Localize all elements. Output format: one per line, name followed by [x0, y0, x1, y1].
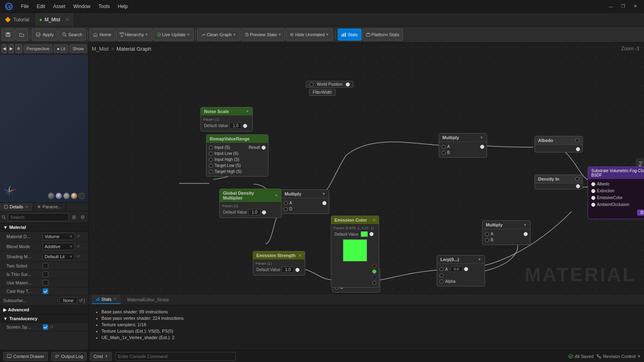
shading-mode-dropdown[interactable]: Default Lit ▼: [43, 253, 75, 260]
content-drawer-button[interactable]: Content Drawer: [3, 352, 48, 361]
hierarchy-button[interactable]: Hierarchy ▼: [116, 29, 152, 41]
node-density-in[interactable]: Density In: [535, 175, 583, 189]
multiply1-a-pin[interactable]: [284, 201, 288, 205]
graph-area[interactable]: M_Mist > Material Graph Zoom -3 Palette …: [89, 43, 644, 294]
bsdf-albedo-pin[interactable]: [591, 182, 595, 186]
global-density-value[interactable]: 1.0: [248, 209, 260, 215]
node-lerp[interactable]: Lerp(0...) ▼ A 0.0 Alpha: [437, 255, 485, 286]
hide-unrelated-button[interactable]: Hide Unrelated ▼: [286, 29, 332, 41]
multiply4-out-pin[interactable]: [524, 232, 528, 236]
multiply2-b-pin[interactable]: [442, 151, 446, 155]
sphere-5[interactable]: [78, 193, 85, 199]
node-emission-strength[interactable]: Emission Strength ✕ Param (1) Default Va…: [253, 251, 305, 276]
multiply2-a-pin[interactable]: [442, 145, 446, 149]
subsurface-edit-icon[interactable]: |: [84, 298, 85, 303]
filter-width-node[interactable]: FilterWidth: [309, 89, 336, 96]
emission-color-out[interactable]: [369, 232, 374, 236]
platform-stats-button[interactable]: Platform Stats: [362, 29, 403, 41]
sphere-2[interactable]: [56, 193, 62, 199]
world-position-node[interactable]: World Position: [306, 81, 353, 88]
nav-forward[interactable]: ▶: [8, 44, 14, 53]
revision-control-status[interactable]: Revision Control ▼: [597, 354, 641, 359]
node-emission-color[interactable]: Emission Color ✕ Param (0.875, 1, 0.37, …: [331, 216, 379, 288]
menu-window[interactable]: Window: [70, 2, 94, 11]
live-update-button[interactable]: Live Update ▼: [153, 29, 194, 41]
cast-ray-checkbox[interactable]: [43, 288, 48, 294]
blend-mode-dropdown[interactable]: Additive ▼: [43, 243, 75, 250]
subsurface-reset-icon[interactable]: ↺: [79, 298, 83, 303]
emission-strength-out[interactable]: [295, 268, 299, 272]
lerp-alpha-pin[interactable]: [440, 280, 444, 284]
emission-b-pin[interactable]: [372, 275, 376, 279]
nav-back[interactable]: ◀: [2, 44, 7, 53]
thin-surface-checkbox[interactable]: [43, 272, 48, 277]
multiply1-out-pin[interactable]: [322, 201, 326, 205]
stats-close[interactable]: ✕: [113, 296, 117, 302]
advanced-section-header[interactable]: ▶ Advanced: [0, 306, 88, 315]
lit-button[interactable]: ● Lit: [54, 45, 68, 53]
node-bsdf[interactable]: Substrate Volumetric-Fog-Cloud BSDF ▼ Al…: [588, 167, 644, 219]
node-noise-scale[interactable]: Noise Scale ▼ Param (1) Default Value 1.…: [200, 107, 253, 132]
console-input[interactable]: [115, 352, 236, 361]
material-domain-dropdown[interactable]: Volume ▼: [43, 233, 75, 240]
lerp-out-pin[interactable]: [464, 267, 468, 271]
blend-mode-reset[interactable]: ↺: [76, 244, 80, 249]
save-button[interactable]: [2, 29, 14, 41]
details-search-input[interactable]: [8, 213, 69, 221]
multiply1-d-pin[interactable]: [284, 207, 288, 211]
translucency-section-header[interactable]: ▼ Translucency: [0, 315, 88, 323]
emission-g-pin[interactable]: [372, 269, 376, 274]
emission-strength-value[interactable]: 1.0: [282, 267, 294, 273]
menu-file[interactable]: File: [18, 2, 32, 11]
sphere-4[interactable]: [71, 193, 77, 199]
emission-a-pin[interactable]: [372, 281, 376, 285]
shading-mode-reset[interactable]: ↺: [76, 254, 80, 259]
preview-state-button[interactable]: Preview State ▼: [241, 29, 285, 41]
material-domain-reset[interactable]: ↺: [76, 234, 80, 239]
stats-tab[interactable]: Stats ✕: [92, 295, 121, 304]
albedo-out-pin[interactable]: [576, 147, 580, 151]
minimize-button[interactable]: —: [605, 2, 617, 10]
node-albedo[interactable]: Albedo: [535, 136, 583, 152]
bsdf-extinction-pin[interactable]: [591, 189, 595, 193]
menu-help[interactable]: Help: [115, 2, 131, 11]
tab-close-mmist[interactable]: ✕: [65, 17, 69, 23]
sphere-3[interactable]: [63, 193, 70, 199]
bsdf-button[interactable]: BSDF: [637, 210, 644, 216]
menu-asset[interactable]: Asset: [50, 2, 68, 11]
settings-icon[interactable]: ⚙: [79, 213, 87, 221]
show-button[interactable]: Show: [70, 45, 87, 53]
tab-tutorial[interactable]: 🔶 Tutorial: [0, 13, 35, 26]
two-sided-checkbox[interactable]: [43, 263, 48, 269]
bsdf-emissive-pin[interactable]: [591, 196, 595, 200]
perspective-button[interactable]: Perspective: [24, 45, 52, 53]
material-section-header[interactable]: ▼ Material: [0, 223, 88, 232]
tab-mmist[interactable]: ● M_Mist ✕: [35, 13, 74, 26]
multiply2-out-pin[interactable]: [480, 145, 484, 149]
stats-button[interactable]: Stats: [338, 29, 361, 41]
all-saved-status[interactable]: All Saved: [568, 354, 593, 359]
menu-tools[interactable]: Tools: [95, 2, 113, 11]
output-log-button[interactable]: Output Log: [51, 352, 87, 361]
3d-viewport[interactable]: X Z Y: [0, 55, 88, 202]
noise-scale-value[interactable]: 1.0: [229, 123, 242, 129]
search-button[interactable]: Search: [58, 29, 86, 41]
node-multiply1[interactable]: Multiply ▼ A D: [281, 189, 329, 214]
screen-space-checkbox[interactable]: [43, 324, 48, 330]
details-tab-params[interactable]: Parame...: [33, 203, 66, 211]
apply-button[interactable]: Apply: [32, 29, 58, 41]
lerp-b-pin[interactable]: [440, 274, 444, 278]
use-material-checkbox[interactable]: [43, 280, 48, 286]
clean-graph-button[interactable]: Clean Graph ▼: [197, 29, 239, 41]
lerp-a-pin[interactable]: [440, 267, 444, 271]
density-in-pin[interactable]: [575, 177, 579, 181]
home-button[interactable]: Home: [89, 29, 115, 41]
node-remap-value[interactable]: RemapValueRange Input (S) Result Input L…: [206, 134, 268, 177]
node-global-density[interactable]: Global Density Multiplier ▼ Param (1) De…: [219, 189, 282, 218]
node-multiply2[interactable]: Multiply ▼ A B: [439, 133, 487, 158]
node-multiply4[interactable]: Multiply ▼ A B: [482, 220, 530, 245]
multiply4-b-pin[interactable]: [485, 238, 489, 242]
close-button[interactable]: ✕: [630, 2, 641, 10]
open-button[interactable]: [15, 29, 28, 41]
cmd-button[interactable]: Cmd ▼: [90, 352, 111, 361]
